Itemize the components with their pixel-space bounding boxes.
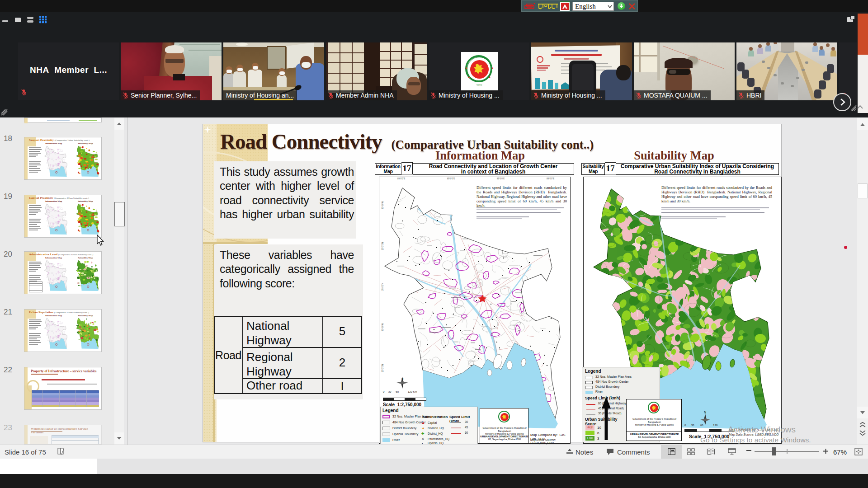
svg-text:N: N (401, 377, 403, 380)
svg-text:N: N (704, 411, 706, 414)
